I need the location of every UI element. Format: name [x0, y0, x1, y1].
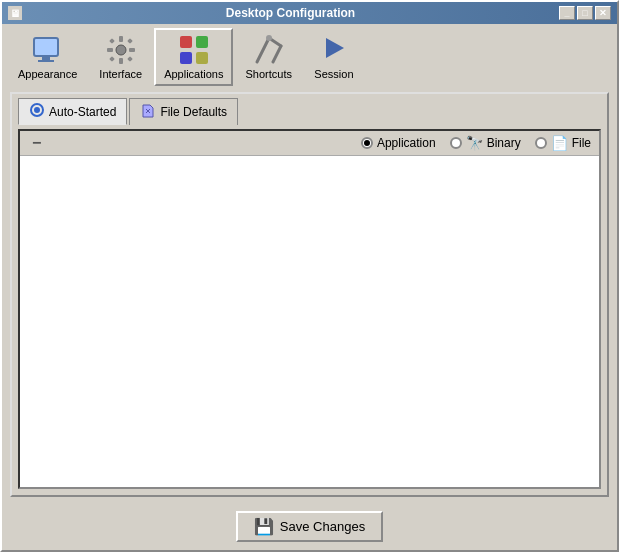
svg-point-3: [116, 45, 126, 55]
radio-application-circle: [361, 137, 373, 149]
sub-tabs: Auto-Started File Defaults: [12, 94, 607, 125]
svg-rect-7: [129, 48, 135, 52]
svg-rect-8: [109, 38, 115, 44]
svg-rect-4: [119, 36, 123, 42]
content-panel: Auto-Started File Defaults: [10, 92, 609, 497]
save-label: Save Changes: [280, 519, 365, 534]
radio-binary-icon: 🔭: [466, 135, 483, 151]
radio-application[interactable]: Application: [361, 136, 436, 150]
tab-auto-started[interactable]: Auto-Started: [18, 98, 127, 125]
footer: 💾 Save Changes: [2, 503, 617, 550]
file-defaults-label: File Defaults: [160, 105, 227, 119]
toolbar-item-session[interactable]: Session: [304, 28, 364, 86]
file-defaults-icon: [140, 103, 156, 122]
main-content: − Application 🔭 Binary: [18, 129, 601, 489]
save-icon: 💾: [254, 517, 274, 536]
auto-started-icon: [29, 102, 45, 121]
radio-file-label: File: [572, 136, 591, 150]
minimize-button[interactable]: _: [559, 6, 575, 20]
radio-binary-label: Binary: [487, 136, 521, 150]
list-body: [20, 156, 599, 487]
radio-group: Application 🔭 Binary 📄 File: [361, 135, 591, 151]
title-bar: 🖥 Desktop Configuration _ □ ✕: [2, 2, 617, 24]
toolbar-item-applications[interactable]: Applications: [154, 28, 233, 86]
session-label: Session: [314, 68, 353, 80]
main-window: 🖥 Desktop Configuration _ □ ✕ Appearance: [0, 0, 619, 552]
interface-icon: [105, 34, 137, 66]
window-icon: 🖥: [8, 6, 22, 20]
svg-rect-10: [109, 56, 115, 62]
tab-file-defaults[interactable]: File Defaults: [129, 98, 238, 125]
applications-icon: [178, 34, 210, 66]
shortcuts-icon: [253, 34, 285, 66]
svg-point-19: [266, 35, 272, 41]
svg-rect-1: [42, 56, 50, 60]
appearance-icon: [32, 34, 64, 66]
toolbar-item-appearance[interactable]: Appearance: [8, 28, 87, 86]
list-header: − Application 🔭 Binary: [20, 131, 599, 156]
close-button[interactable]: ✕: [595, 6, 611, 20]
save-button[interactable]: 💾 Save Changes: [236, 511, 383, 542]
radio-file-icon: 📄: [551, 135, 568, 151]
list-header-left: −: [28, 135, 345, 151]
radio-binary[interactable]: 🔭 Binary: [450, 135, 521, 151]
session-icon: [318, 34, 350, 66]
svg-rect-12: [180, 36, 192, 48]
svg-rect-9: [127, 38, 133, 44]
applications-label: Applications: [164, 68, 223, 80]
title-bar-controls: _ □ ✕: [559, 6, 611, 20]
radio-application-label: Application: [377, 136, 436, 150]
window-title: Desktop Configuration: [22, 6, 559, 20]
svg-rect-2: [38, 60, 54, 62]
svg-rect-6: [107, 48, 113, 52]
toolbar-item-interface[interactable]: Interface: [89, 28, 152, 86]
toolbar: Appearance Interface: [2, 24, 617, 86]
title-bar-left: 🖥: [8, 6, 22, 20]
content-area: Auto-Started File Defaults: [2, 86, 617, 503]
auto-started-label: Auto-Started: [49, 105, 116, 119]
svg-rect-14: [180, 52, 192, 64]
svg-rect-15: [196, 52, 208, 64]
maximize-button[interactable]: □: [577, 6, 593, 20]
radio-file[interactable]: 📄 File: [535, 135, 591, 151]
radio-file-circle: [535, 137, 547, 149]
svg-rect-5: [119, 58, 123, 64]
svg-line-16: [257, 38, 269, 62]
svg-rect-13: [196, 36, 208, 48]
svg-line-18: [273, 46, 281, 62]
svg-rect-11: [127, 56, 133, 62]
svg-marker-20: [326, 38, 344, 58]
shortcuts-label: Shortcuts: [245, 68, 291, 80]
radio-binary-circle: [450, 137, 462, 149]
svg-point-22: [34, 107, 40, 113]
svg-rect-0: [34, 38, 58, 56]
toolbar-item-shortcuts[interactable]: Shortcuts: [235, 28, 301, 86]
remove-button[interactable]: −: [28, 134, 45, 151]
interface-label: Interface: [99, 68, 142, 80]
appearance-label: Appearance: [18, 68, 77, 80]
